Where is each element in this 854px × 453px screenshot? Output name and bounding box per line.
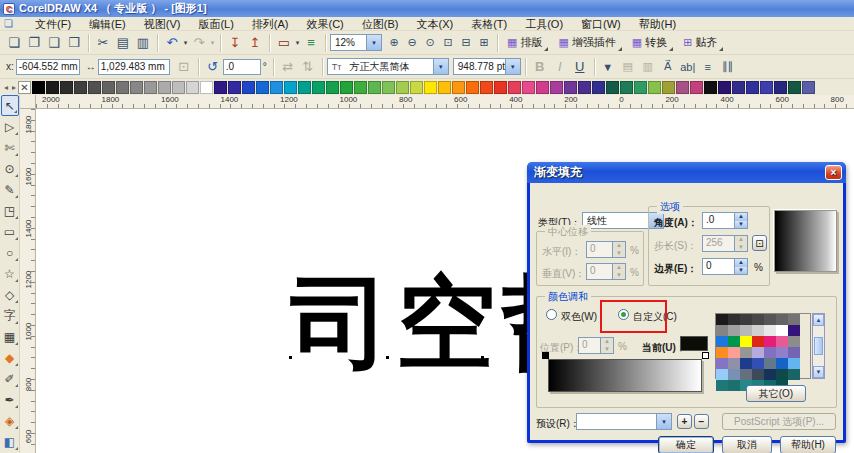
menu-item[interactable]: 表格(T) [462,18,516,30]
zoom-page-icon[interactable]: ⊟ [457,33,475,52]
gradient-start-marker[interactable] [542,352,549,359]
grid-color-swatch[interactable] [788,325,800,336]
color-swatch[interactable] [592,81,605,94]
color-swatch[interactable] [480,81,493,94]
grid-color-swatch[interactable] [752,325,764,336]
grid-color-swatch[interactable] [788,336,800,347]
interactive-fill-tool[interactable]: ◧ [1,431,19,452]
font-combo-dropdown-icon[interactable]: ▾ [433,59,448,74]
grid-color-swatch[interactable] [788,369,800,380]
grid-color-swatch[interactable] [788,358,800,369]
selection-handle[interactable] [481,356,484,359]
crop-tool[interactable]: ✄ [1,137,19,158]
grid-color-swatch[interactable] [716,314,728,325]
menu-item[interactable]: 效果(C) [298,18,353,30]
color-swatch[interactable] [298,81,311,94]
menu-item[interactable]: 窗口(W) [572,18,630,30]
color-swatch[interactable] [676,81,689,94]
cut-icon[interactable]: ✂ [93,33,113,52]
color-swatch[interactable] [690,81,703,94]
color-swatch[interactable] [634,81,647,94]
zoom-all-objects-icon[interactable]: ⊡ [439,33,457,52]
zoom-out-icon[interactable]: ⊖ [403,33,421,52]
presets-combo[interactable]: ▾ [576,413,672,430]
grid-color-swatch[interactable] [740,325,752,336]
interactive-effects-tool[interactable]: ◆ [1,347,19,368]
color-grid-scrollbar[interactable]: ▲ ▼ [812,313,825,379]
zoom-level-combo[interactable]: 12% ▾ [330,34,382,51]
vertical-ruler[interactable]: 18001600140012001000800600 [20,109,36,453]
color-swatch[interactable] [284,81,297,94]
color-swatch[interactable] [116,81,129,94]
grid-color-swatch[interactable] [728,380,740,391]
others-button[interactable]: 其它(O) [746,385,806,402]
color-swatch[interactable] [158,81,171,94]
grid-color-swatch[interactable] [788,347,800,358]
horizontal-text-icon[interactable]: ≡ [699,57,717,76]
color-swatch[interactable] [186,81,199,94]
grid-color-swatch[interactable] [728,369,740,380]
grid-color-swatch[interactable] [740,358,752,369]
color-swatch[interactable] [130,81,143,94]
no-color-swatch[interactable]: ✕ [18,81,31,94]
grid-color-swatch[interactable] [728,336,740,347]
color-swatch[interactable] [424,81,437,94]
color-swatch[interactable] [340,81,353,94]
color-swatch[interactable] [466,81,479,94]
scroll-up-icon[interactable]: ▲ [813,314,824,326]
color-swatch[interactable] [368,81,381,94]
grid-color-swatch[interactable] [716,369,728,380]
gradient-strip[interactable] [548,359,702,392]
import-icon[interactable]: ↧ [225,33,245,52]
font-combo[interactable]: Tт 方正大黑简体 ▾ [327,58,449,75]
color-swatch[interactable] [144,81,157,94]
color-swatch[interactable] [494,81,507,94]
drop-cap-icon[interactable]: ▥ [639,57,657,76]
spin-down-icon[interactable]: ▼ [735,221,747,229]
launcher-dropdown-icon[interactable]: ▾ [294,39,301,47]
grid-color-swatch[interactable] [740,347,752,358]
color-swatch[interactable] [648,81,661,94]
zoom-tool[interactable]: ⊙ [1,158,19,179]
lock-ratio-icon[interactable]: ⊡ [174,57,194,76]
color-swatch[interactable] [74,81,87,94]
cancel-button[interactable]: 取消 [722,436,772,453]
grid-color-swatch[interactable] [716,325,728,336]
color-swatch[interactable] [242,81,255,94]
grid-color-swatch[interactable] [764,369,776,380]
presets-dropdown-icon[interactable]: ▾ [656,414,671,429]
pick-tool[interactable]: ↖ [1,95,19,116]
font-size-combo[interactable]: 948.778 pt ▾ [453,58,521,75]
copy-icon[interactable]: ▤ [113,33,133,52]
grid-color-swatch[interactable] [788,314,800,325]
menu-item[interactable]: 编辑(E) [80,18,135,30]
save-icon[interactable]: ❑ [44,33,64,52]
zoom-combo-dropdown-icon[interactable]: ▾ [366,35,381,50]
grid-color-swatch[interactable] [728,358,740,369]
zoom-selected-icon[interactable]: ⊙ [421,33,439,52]
print-icon[interactable]: ❒ [64,33,84,52]
grid-color-swatch[interactable] [740,336,752,347]
color-swatch[interactable] [732,81,745,94]
redo-icon[interactable]: ↷ [189,33,209,52]
grid-color-swatch[interactable] [764,347,776,358]
grid-color-swatch[interactable] [776,336,788,347]
undo-dropdown-icon[interactable]: ▾ [182,39,189,47]
color-swatch[interactable] [774,81,787,94]
selection-handle[interactable] [289,356,292,359]
plugins-button[interactable]: ▦ 增强插件 [553,33,620,52]
grid-color-swatch[interactable] [764,336,776,347]
color-swatch[interactable] [452,81,465,94]
grid-color-swatch[interactable] [752,369,764,380]
color-swatch[interactable] [704,81,717,94]
welcome-screen-icon[interactable]: ≡ [301,33,321,52]
color-swatch[interactable] [396,81,409,94]
color-swatch[interactable] [256,81,269,94]
palette-scroll-left-icon[interactable]: ◂ [2,83,10,92]
rotation-angle-field[interactable]: .0 [223,59,261,75]
color-swatch[interactable] [578,81,591,94]
scroll-down-icon[interactable]: ▼ [813,366,824,378]
shape-tool[interactable]: ▷ [1,116,19,137]
imposition-button[interactable]: ▦ 排版 [502,33,547,52]
new-document-icon[interactable]: ❏ [4,33,24,52]
